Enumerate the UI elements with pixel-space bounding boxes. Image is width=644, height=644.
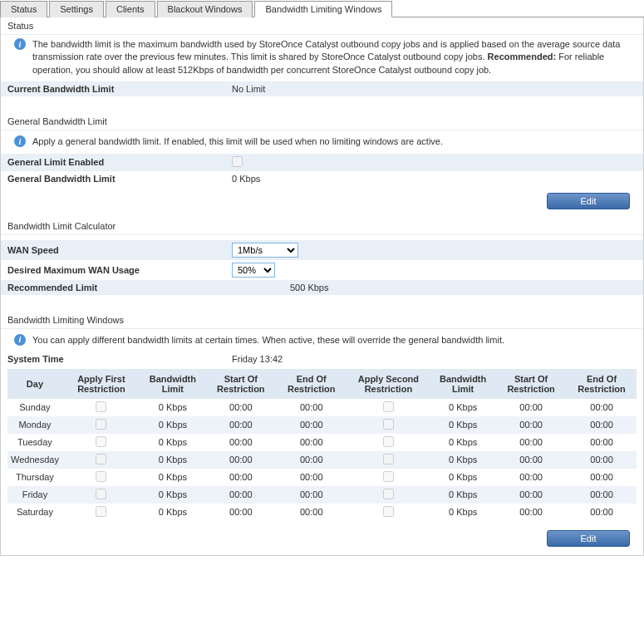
apply-second-restriction-checkbox[interactable] (383, 454, 394, 465)
table-row: Thursday0 Kbps00:0000:000 Kbps00:0000:00 (7, 469, 637, 486)
start-restriction-2: 00:00 (495, 469, 567, 486)
general-bandwidth-limit-label: General Bandwidth Limit (7, 174, 232, 184)
info-icon: i (14, 38, 26, 50)
apply-second-restriction-checkbox-cell (347, 399, 430, 416)
tab-blackout-windows[interactable]: Blackout Windows (157, 1, 253, 17)
apply-second-restriction-checkbox-cell (347, 434, 430, 451)
bandwidth-limit-2: 0 Kbps (430, 416, 495, 434)
apply-first-restriction-checkbox-cell (62, 504, 140, 521)
system-time-value: Friday 13:42 (232, 354, 637, 364)
day-cell: Sunday (7, 399, 62, 416)
info-icon: i (14, 334, 26, 346)
start-restriction-2: 00:00 (495, 434, 567, 451)
bandwidth-limit-2: 0 Kbps (430, 434, 495, 451)
apply-first-restriction-checkbox[interactable] (96, 401, 106, 412)
table-row: Saturday0 Kbps00:0000:000 Kbps00:0000:00 (7, 504, 637, 521)
apply-first-restriction-checkbox[interactable] (96, 471, 106, 482)
day-cell: Tuesday (7, 434, 62, 451)
end-restriction-2: 00:00 (567, 469, 637, 486)
restriction-table: DayApply First RestrictionBandwidth Limi… (7, 369, 637, 521)
table-header: Apply First Restriction (62, 369, 140, 399)
apply-second-restriction-checkbox[interactable] (383, 471, 394, 482)
recommended-limit-number: 500 (290, 283, 305, 293)
edit-general-button[interactable]: Edit (547, 193, 630, 209)
table-row: Monday0 Kbps00:0000:000 Kbps00:0000:00 (7, 416, 637, 434)
bandwidth-limit-1: 0 Kbps (140, 504, 205, 521)
bandwidth-limit-2: 0 Kbps (430, 399, 495, 416)
day-cell: Friday (7, 486, 62, 504)
content: Status i The bandwidth limit is the maxi… (0, 17, 644, 556)
end-restriction-2: 00:00 (567, 399, 637, 416)
current-bandwidth-limit-value: No Limit (232, 84, 637, 94)
system-time-row: System Time Friday 13:42 (1, 351, 643, 366)
day-cell: Saturday (7, 504, 62, 521)
apply-second-restriction-checkbox-cell (347, 451, 430, 469)
apply-second-restriction-checkbox-cell (347, 469, 430, 486)
table-row: Friday0 Kbps00:0000:000 Kbps00:0000:00 (7, 486, 637, 504)
bandwidth-limit-2: 0 Kbps (430, 504, 495, 521)
end-restriction-2: 00:00 (567, 504, 637, 521)
apply-second-restriction-checkbox[interactable] (383, 506, 394, 517)
day-cell: Wednesday (7, 451, 62, 469)
apply-second-restriction-checkbox-cell (347, 416, 430, 434)
table-row: Wednesday0 Kbps00:0000:000 Kbps00:0000:0… (7, 451, 637, 469)
apply-first-restriction-checkbox[interactable] (96, 506, 106, 517)
apply-first-restriction-checkbox[interactable] (96, 454, 106, 465)
bandwidth-limit-2: 0 Kbps (430, 451, 495, 469)
start-restriction-2: 00:00 (495, 416, 567, 434)
bandwidth-limit-1: 0 Kbps (140, 486, 205, 504)
tab-clients[interactable]: Clients (106, 1, 155, 17)
tab-status[interactable]: Status (0, 1, 47, 17)
start-restriction-1: 00:00 (205, 416, 277, 434)
table-row: Tuesday0 Kbps00:0000:000 Kbps00:0000:00 (7, 434, 637, 451)
wan-usage-select[interactable]: 50% (232, 263, 275, 278)
wan-speed-row: WAN Speed 1Mb/s (1, 240, 643, 260)
apply-first-restriction-checkbox[interactable] (96, 489, 106, 499)
edit-windows-button[interactable]: Edit (547, 530, 630, 547)
apply-first-restriction-checkbox-cell (62, 434, 140, 451)
wan-usage-row: Desired Maximum WAN Usage 50% (1, 260, 643, 280)
end-restriction-1: 00:00 (277, 469, 347, 486)
general-bandwidth-limit-value: 0 Kbps (232, 174, 637, 184)
apply-second-restriction-checkbox[interactable] (383, 489, 394, 499)
section-title-general: General Bandwidth Limit (1, 113, 643, 130)
day-cell: Monday (7, 416, 62, 434)
apply-second-restriction-checkbox[interactable] (383, 419, 394, 430)
wan-speed-label: WAN Speed (7, 245, 232, 255)
tab-settings[interactable]: Settings (49, 1, 104, 17)
end-restriction-2: 00:00 (567, 416, 637, 434)
windows-info-text: You can apply different bandwidth limits… (32, 334, 630, 347)
day-cell: Thursday (7, 469, 62, 486)
bandwidth-limit-2: 0 Kbps (430, 469, 495, 486)
apply-second-restriction-checkbox[interactable] (383, 436, 394, 447)
start-restriction-1: 00:00 (205, 469, 277, 486)
tab-bandwidth-limiting-windows[interactable]: Bandwidth Limiting Windows (254, 1, 392, 17)
apply-first-restriction-checkbox-cell (62, 469, 140, 486)
start-restriction-2: 00:00 (495, 399, 567, 416)
end-restriction-1: 00:00 (277, 486, 347, 504)
apply-first-restriction-checkbox-cell (62, 399, 140, 416)
start-restriction-2: 00:00 (495, 504, 567, 521)
current-bandwidth-limit-label: Current Bandwidth Limit (7, 84, 232, 94)
wan-speed-select[interactable]: 1Mb/s (232, 243, 298, 258)
apply-first-restriction-checkbox-cell (62, 486, 140, 504)
apply-first-restriction-checkbox[interactable] (96, 436, 106, 447)
apply-second-restriction-checkbox-cell (347, 486, 430, 504)
end-restriction-2: 00:00 (567, 434, 637, 451)
apply-second-restriction-checkbox[interactable] (383, 401, 394, 412)
end-restriction-2: 00:00 (567, 451, 637, 469)
table-row: Sunday0 Kbps00:0000:000 Kbps00:0000:00 (7, 399, 637, 416)
end-restriction-1: 00:00 (277, 416, 347, 434)
apply-first-restriction-checkbox[interactable] (96, 419, 106, 430)
general-limit-enabled-checkbox[interactable] (232, 156, 243, 167)
bandwidth-limit-1: 0 Kbps (140, 451, 205, 469)
table-header: Day (7, 369, 62, 399)
bandwidth-limit-1: 0 Kbps (140, 416, 205, 434)
apply-first-restriction-checkbox-cell (62, 416, 140, 434)
info-icon: i (14, 135, 26, 147)
apply-second-restriction-checkbox-cell (347, 504, 430, 521)
start-restriction-2: 00:00 (495, 486, 567, 504)
start-restriction-1: 00:00 (205, 486, 277, 504)
bandwidth-limit-1: 0 Kbps (140, 434, 205, 451)
end-restriction-1: 00:00 (277, 451, 347, 469)
